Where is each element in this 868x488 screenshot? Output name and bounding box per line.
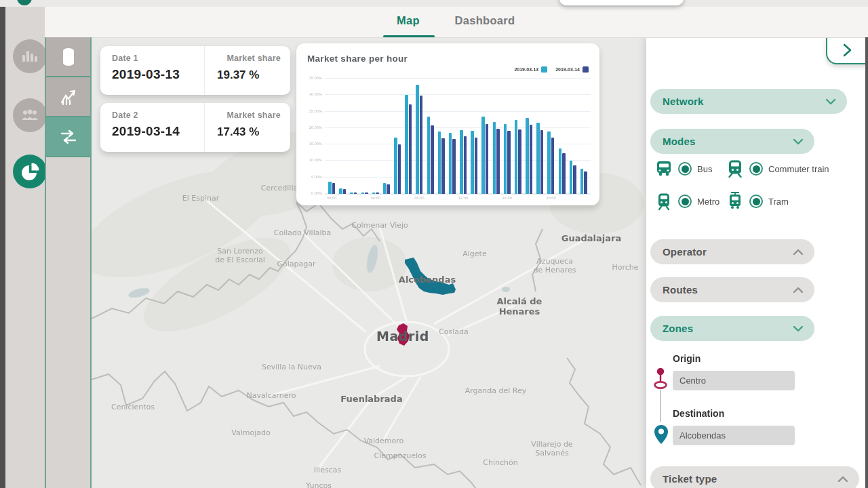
bar <box>405 95 408 194</box>
section-header-zones[interactable]: Zones <box>650 316 814 341</box>
top-right-button[interactable] <box>559 0 684 5</box>
legend-swatch-2 <box>583 66 589 73</box>
bar-group <box>493 122 500 194</box>
bar-group: 00:00 <box>328 182 335 194</box>
tram-icon <box>726 192 744 211</box>
y-tick-label: 10.00% <box>303 158 322 162</box>
database-icon <box>60 46 77 68</box>
left-edge-strip <box>0 7 5 488</box>
tab-map[interactable]: Map <box>387 14 429 27</box>
map-label: Fuenlabrada <box>340 394 402 404</box>
share1-value: 19.37 % <box>217 68 281 82</box>
mode-radio[interactable] <box>678 195 692 208</box>
chevron-right-icon <box>840 42 854 58</box>
bar <box>536 123 540 194</box>
mode-radio[interactable] <box>749 195 763 208</box>
map-label: Colmenar Viejo <box>351 221 408 230</box>
panel-scrollbar[interactable] <box>865 37 868 488</box>
bar <box>580 169 584 194</box>
bar <box>559 148 562 195</box>
trend-chart-icon <box>59 87 78 107</box>
map-label: Azuqueca de Henares <box>534 257 576 274</box>
bar <box>540 130 544 194</box>
share2-label: Market share <box>217 110 281 120</box>
bar <box>409 104 412 194</box>
bar <box>562 153 566 194</box>
bar <box>526 118 529 194</box>
rail-item-trends[interactable] <box>46 77 90 117</box>
legend-label-1: 2019-03-13 <box>514 67 538 72</box>
radio-dot <box>753 198 760 205</box>
origin-input[interactable] <box>673 371 795 390</box>
mode-radio[interactable] <box>749 162 763 176</box>
origin-destination-connector <box>660 390 661 422</box>
bar <box>328 182 332 194</box>
bar-group <box>339 188 346 194</box>
top-bar <box>0 0 868 7</box>
map-label: Yuncos <box>306 481 332 488</box>
legend-label-2: 2019-03-14 <box>555 67 580 72</box>
tab-dashboard[interactable]: Dashboard <box>452 14 518 27</box>
bar-group <box>350 192 357 194</box>
bar <box>343 189 347 194</box>
map-label: Coslada <box>439 327 469 336</box>
bar <box>507 131 511 194</box>
bar <box>332 183 336 194</box>
y-tick-label: 0.00% <box>303 191 322 195</box>
bar <box>365 192 368 194</box>
sidebar-item-market-share[interactable] <box>13 155 47 188</box>
bar-group <box>383 183 390 194</box>
map-label: Horche <box>612 263 638 272</box>
rail-item-data[interactable] <box>46 37 90 77</box>
mode-label: Metro <box>697 197 719 207</box>
date1-value[interactable]: 2019-03-13 <box>112 67 204 82</box>
section-header-ticket-type[interactable]: Ticket type <box>650 466 859 488</box>
section-header-network[interactable]: Network <box>650 89 847 114</box>
map-label: Ciempozuelos <box>374 451 427 460</box>
section-header-modes[interactable]: Modes <box>650 129 814 154</box>
section-label: Routes <box>663 284 698 296</box>
x-tick-label: 08:00 <box>414 196 424 200</box>
bar-group: 04:00 <box>372 192 379 194</box>
map-label: Algete <box>462 249 486 258</box>
active-tab-underline <box>383 35 435 37</box>
chevron-down-icon <box>825 98 836 105</box>
bar <box>354 192 357 194</box>
section-header-operator[interactable]: Operator <box>650 239 814 264</box>
bar-group <box>427 117 434 194</box>
sidebar-item-statistics[interactable] <box>13 39 47 73</box>
chart-bars: 00:0004:0008:0012:0016:0020:00 <box>325 79 591 194</box>
destination-input[interactable] <box>673 426 795 445</box>
users-icon <box>20 106 40 125</box>
bar <box>420 96 423 194</box>
chevron-down-icon <box>793 138 804 145</box>
x-tick-label: 00:00 <box>327 196 336 200</box>
rail-item-flows[interactable] <box>46 117 90 157</box>
map-label: Villarejo de Salvanés <box>531 440 572 458</box>
bar-group <box>481 117 488 194</box>
mode-item-commuter-train: Commuter train <box>726 159 829 178</box>
bar <box>464 136 467 194</box>
date2-value[interactable]: 2019-03-14 <box>112 124 204 139</box>
share1-label: Market share <box>217 54 281 63</box>
bar <box>438 131 441 194</box>
chevron-up-icon <box>793 287 804 293</box>
section-label: Modes <box>663 136 696 147</box>
section-label: Zones <box>663 323 693 334</box>
mode-label: Tram <box>768 197 789 207</box>
x-tick-label: 20:00 <box>546 196 555 200</box>
bar-group: 16:00 <box>504 124 511 194</box>
bar-group: 08:00 <box>416 85 422 194</box>
panel-collapse-button[interactable] <box>826 37 867 64</box>
bar <box>372 192 376 194</box>
pie-chart-icon <box>19 161 41 182</box>
map-label: Chinchón <box>483 458 517 467</box>
bar <box>398 144 401 194</box>
section-label: Ticket type <box>663 473 717 485</box>
sidebar-item-population[interactable] <box>13 98 47 132</box>
section-header-routes[interactable]: Routes <box>650 277 814 302</box>
x-tick-label: 16:00 <box>502 196 512 200</box>
bar <box>416 85 419 194</box>
bar <box>452 139 456 194</box>
mode-radio[interactable] <box>678 162 692 176</box>
